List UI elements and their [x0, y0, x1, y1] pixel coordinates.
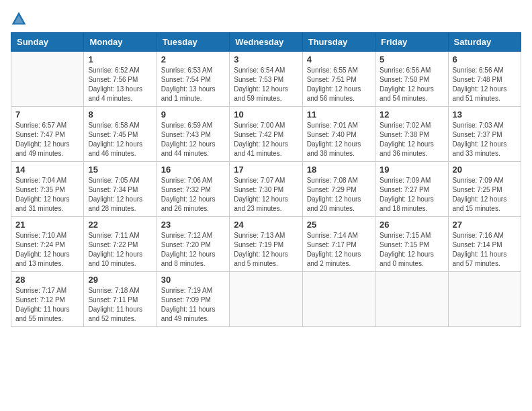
logo — [11, 11, 30, 27]
day-info: Sunrise: 7:16 AM Sunset: 7:14 PM Dayligh… — [453, 231, 517, 269]
calendar-cell: 4Sunrise: 6:55 AM Sunset: 7:51 PM Daylig… — [302, 52, 375, 107]
calendar-week-row: 7Sunrise: 6:57 AM Sunset: 7:47 PM Daylig… — [11, 107, 521, 162]
calendar-week-row: 28Sunrise: 7:17 AM Sunset: 7:12 PM Dayli… — [11, 272, 521, 327]
calendar-cell: 16Sunrise: 7:06 AM Sunset: 7:32 PM Dayli… — [157, 162, 229, 217]
day-info: Sunrise: 7:02 AM Sunset: 7:38 PM Dayligh… — [380, 121, 443, 158]
calendar-cell: 24Sunrise: 7:13 AM Sunset: 7:19 PM Dayli… — [230, 217, 302, 272]
day-number: 19 — [380, 165, 443, 175]
day-number: 17 — [234, 165, 298, 175]
calendar-cell — [448, 272, 521, 327]
day-number: 4 — [307, 54, 371, 64]
day-number: 30 — [161, 275, 225, 285]
calendar-cell: 13Sunrise: 7:03 AM Sunset: 7:37 PM Dayli… — [448, 107, 521, 162]
day-number: 15 — [88, 165, 152, 175]
calendar-cell: 3Sunrise: 6:54 AM Sunset: 7:53 PM Daylig… — [230, 52, 302, 107]
calendar-cell — [375, 272, 448, 327]
day-info: Sunrise: 6:53 AM Sunset: 7:54 PM Dayligh… — [161, 66, 225, 103]
column-header-sunday: Sunday — [11, 33, 84, 52]
day-info: Sunrise: 7:18 AM Sunset: 7:11 PM Dayligh… — [88, 286, 152, 324]
calendar-cell: 5Sunrise: 6:56 AM Sunset: 7:50 PM Daylig… — [375, 52, 448, 107]
calendar-table: SundayMondayTuesdayWednesdayThursdayFrid… — [11, 32, 521, 327]
day-number: 20 — [453, 165, 517, 175]
day-info: Sunrise: 7:05 AM Sunset: 7:34 PM Dayligh… — [88, 176, 152, 214]
day-info: Sunrise: 6:56 AM Sunset: 7:48 PM Dayligh… — [453, 66, 517, 103]
day-info: Sunrise: 7:03 AM Sunset: 7:37 PM Dayligh… — [453, 121, 517, 158]
calendar-week-row: 21Sunrise: 7:10 AM Sunset: 7:24 PM Dayli… — [11, 217, 521, 272]
calendar-cell: 15Sunrise: 7:05 AM Sunset: 7:34 PM Dayli… — [84, 162, 157, 217]
day-number: 10 — [234, 109, 298, 120]
day-info: Sunrise: 7:10 AM Sunset: 7:24 PM Dayligh… — [15, 231, 79, 269]
day-number: 9 — [161, 109, 225, 120]
day-info: Sunrise: 7:09 AM Sunset: 7:27 PM Dayligh… — [380, 176, 443, 214]
calendar-cell: 1Sunrise: 6:52 AM Sunset: 7:56 PM Daylig… — [84, 52, 157, 107]
day-info: Sunrise: 6:56 AM Sunset: 7:50 PM Dayligh… — [380, 66, 443, 103]
day-number: 23 — [161, 220, 225, 230]
day-number: 21 — [15, 220, 79, 230]
day-number: 18 — [307, 165, 371, 175]
day-info: Sunrise: 6:57 AM Sunset: 7:47 PM Dayligh… — [15, 121, 79, 158]
day-number: 28 — [15, 275, 79, 285]
calendar-cell: 7Sunrise: 6:57 AM Sunset: 7:47 PM Daylig… — [11, 107, 84, 162]
calendar-week-row: 1Sunrise: 6:52 AM Sunset: 7:56 PM Daylig… — [11, 52, 521, 107]
day-info: Sunrise: 6:59 AM Sunset: 7:43 PM Dayligh… — [161, 121, 225, 158]
day-info: Sunrise: 7:07 AM Sunset: 7:30 PM Dayligh… — [234, 176, 298, 214]
day-info: Sunrise: 7:11 AM Sunset: 7:22 PM Dayligh… — [88, 231, 152, 269]
column-header-thursday: Thursday — [302, 33, 375, 52]
day-info: Sunrise: 7:08 AM Sunset: 7:29 PM Dayligh… — [307, 176, 371, 214]
day-info: Sunrise: 7:13 AM Sunset: 7:19 PM Dayligh… — [234, 231, 298, 269]
day-info: Sunrise: 7:00 AM Sunset: 7:42 PM Dayligh… — [234, 121, 298, 158]
day-info: Sunrise: 7:12 AM Sunset: 7:20 PM Dayligh… — [161, 231, 225, 269]
day-number: 11 — [307, 109, 371, 120]
day-number: 6 — [453, 54, 517, 64]
calendar-cell: 12Sunrise: 7:02 AM Sunset: 7:38 PM Dayli… — [375, 107, 448, 162]
calendar-cell — [11, 52, 84, 107]
calendar-cell: 18Sunrise: 7:08 AM Sunset: 7:29 PM Dayli… — [302, 162, 375, 217]
calendar-cell: 11Sunrise: 7:01 AM Sunset: 7:40 PM Dayli… — [302, 107, 375, 162]
day-number: 8 — [88, 109, 152, 120]
column-header-monday: Monday — [84, 33, 157, 52]
day-number: 5 — [380, 54, 443, 64]
calendar-cell: 20Sunrise: 7:09 AM Sunset: 7:25 PM Dayli… — [448, 162, 521, 217]
day-info: Sunrise: 6:52 AM Sunset: 7:56 PM Dayligh… — [88, 66, 152, 103]
page-header — [11, 11, 521, 27]
day-number: 27 — [453, 220, 517, 230]
calendar-cell: 6Sunrise: 6:56 AM Sunset: 7:48 PM Daylig… — [448, 52, 521, 107]
day-info: Sunrise: 7:17 AM Sunset: 7:12 PM Dayligh… — [15, 286, 79, 324]
day-number: 24 — [234, 220, 298, 230]
day-number: 25 — [307, 220, 371, 230]
calendar-cell: 2Sunrise: 6:53 AM Sunset: 7:54 PM Daylig… — [157, 52, 229, 107]
day-info: Sunrise: 7:14 AM Sunset: 7:17 PM Dayligh… — [307, 231, 371, 269]
calendar-cell: 8Sunrise: 6:58 AM Sunset: 7:45 PM Daylig… — [84, 107, 157, 162]
calendar-cell: 22Sunrise: 7:11 AM Sunset: 7:22 PM Dayli… — [84, 217, 157, 272]
day-number: 16 — [161, 165, 225, 175]
calendar-week-row: 14Sunrise: 7:04 AM Sunset: 7:35 PM Dayli… — [11, 162, 521, 217]
calendar-header-row: SundayMondayTuesdayWednesdayThursdayFrid… — [11, 33, 521, 52]
day-info: Sunrise: 7:01 AM Sunset: 7:40 PM Dayligh… — [307, 121, 371, 158]
day-number: 29 — [88, 275, 152, 285]
calendar-cell: 23Sunrise: 7:12 AM Sunset: 7:20 PM Dayli… — [157, 217, 229, 272]
column-header-saturday: Saturday — [448, 33, 521, 52]
calendar-cell: 17Sunrise: 7:07 AM Sunset: 7:30 PM Dayli… — [230, 162, 302, 217]
day-info: Sunrise: 7:04 AM Sunset: 7:35 PM Dayligh… — [15, 176, 79, 214]
day-info: Sunrise: 6:58 AM Sunset: 7:45 PM Dayligh… — [88, 121, 152, 158]
day-info: Sunrise: 7:15 AM Sunset: 7:15 PM Dayligh… — [380, 231, 443, 269]
calendar-cell: 14Sunrise: 7:04 AM Sunset: 7:35 PM Dayli… — [11, 162, 84, 217]
calendar-cell: 19Sunrise: 7:09 AM Sunset: 7:27 PM Dayli… — [375, 162, 448, 217]
day-info: Sunrise: 7:09 AM Sunset: 7:25 PM Dayligh… — [453, 176, 517, 214]
column-header-friday: Friday — [375, 33, 448, 52]
day-number: 2 — [161, 54, 225, 64]
day-number: 7 — [15, 109, 79, 120]
day-info: Sunrise: 7:19 AM Sunset: 7:09 PM Dayligh… — [161, 286, 225, 324]
calendar-cell — [302, 272, 375, 327]
calendar-cell: 9Sunrise: 6:59 AM Sunset: 7:43 PM Daylig… — [157, 107, 229, 162]
day-number: 26 — [380, 220, 443, 230]
day-number: 14 — [15, 165, 79, 175]
calendar-cell: 30Sunrise: 7:19 AM Sunset: 7:09 PM Dayli… — [157, 272, 229, 327]
day-number: 12 — [380, 109, 443, 120]
calendar-cell: 27Sunrise: 7:16 AM Sunset: 7:14 PM Dayli… — [448, 217, 521, 272]
calendar-cell: 29Sunrise: 7:18 AM Sunset: 7:11 PM Dayli… — [84, 272, 157, 327]
day-info: Sunrise: 7:06 AM Sunset: 7:32 PM Dayligh… — [161, 176, 225, 214]
day-number: 22 — [88, 220, 152, 230]
day-info: Sunrise: 6:54 AM Sunset: 7:53 PM Dayligh… — [234, 66, 298, 103]
day-info: Sunrise: 6:55 AM Sunset: 7:51 PM Dayligh… — [307, 66, 371, 103]
